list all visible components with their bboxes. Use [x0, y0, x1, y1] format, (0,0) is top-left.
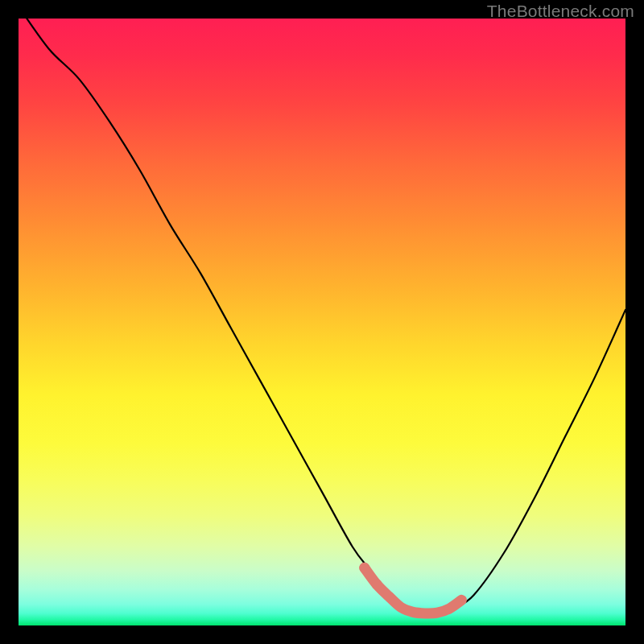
optimal-range-marker — [365, 568, 462, 613]
marker-dot — [359, 563, 369, 573]
curve-layer — [19, 19, 625, 625]
bottleneck-curve — [19, 19, 625, 613]
chart-stage: TheBottleneck.com — [0, 0, 644, 644]
marker-dot — [371, 579, 382, 589]
plot-area — [19, 19, 625, 625]
